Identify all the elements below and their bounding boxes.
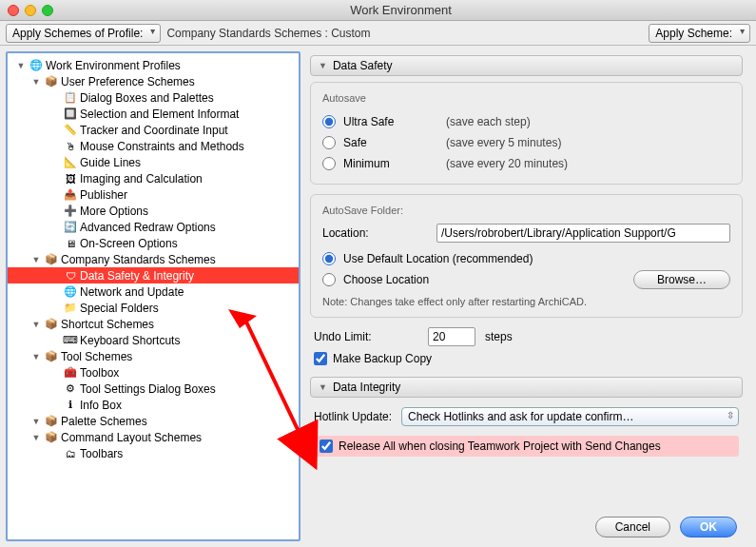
tree-item-label: Shortcut Schemes [61, 318, 154, 331]
tree-root[interactable]: ▼🌐Work Environment Profiles [8, 57, 299, 73]
autosave-option-label: Safe [343, 136, 438, 149]
tree-item[interactable]: ⚙Tool Settings Dialog Boxes [8, 381, 299, 397]
data-safety-header[interactable]: ▼ Data Safety [310, 55, 743, 76]
tree-item[interactable]: 📋Dialog Boxes and Palettes [8, 89, 299, 106]
tree-item[interactable]: ℹInfo Box [8, 397, 299, 413]
tree-item[interactable]: 🔲Selection and Element Informat [8, 106, 299, 122]
tree-item-label: Info Box [80, 399, 122, 412]
hotlink-label: Hotlink Update: [314, 410, 392, 423]
release-all-label: Release All when closing Teamwork Projec… [339, 440, 661, 453]
tree-group[interactable]: ▼📦Command Layout Schemes [8, 429, 299, 445]
tree-item[interactable]: 🖼Imaging and Calculation [8, 170, 299, 186]
disclosure-triangle-icon: ▼ [30, 416, 42, 427]
tree-item-label: Publisher [80, 188, 127, 202]
tree-item-label: Keyboard Shortcuts [80, 334, 180, 347]
profile-tree[interactable]: ▼🌐Work Environment Profiles▼📦User Prefer… [6, 51, 300, 541]
autosave-radio[interactable] [322, 136, 336, 149]
tree-item[interactable]: 📁Special Folders [8, 300, 299, 316]
tree-item-icon: 📏 [64, 124, 77, 137]
autosave-option-hint: (save each step) [446, 115, 531, 128]
apply-schemes-profile-dropdown[interactable]: Apply Schemes of Profile: [6, 24, 161, 43]
tree-item-icon: 📦 [45, 350, 58, 363]
section-title: Data Integrity [333, 381, 400, 394]
data-integrity-header[interactable]: ▼ Data Integrity [310, 377, 743, 398]
ok-button[interactable]: OK [680, 517, 737, 537]
apply-scheme-dropdown[interactable]: Apply Scheme: [649, 24, 750, 43]
toolbar: Apply Schemes of Profile: Company Standa… [0, 21, 756, 46]
tree-item[interactable]: 🖱Mouse Constraints and Methods [8, 138, 299, 154]
browse-button[interactable]: Browse… [633, 270, 730, 289]
zoom-icon[interactable] [42, 5, 53, 16]
tree-item[interactable]: 🔄Advanced Redraw Options [8, 219, 299, 235]
tree-item-icon: 🔄 [64, 221, 77, 234]
tree-item-label: Special Folders [80, 302, 159, 315]
tree-item-label: Tool Schemes [61, 350, 132, 363]
autosave-folder-group: AutoSave Folder: Location: Use Default L… [310, 194, 743, 318]
tree-item-icon: 📦 [45, 415, 58, 428]
tree-item[interactable]: 🧰Toolbox [8, 364, 299, 381]
tree-item[interactable]: 📏Tracker and Coordinate Input [8, 122, 299, 138]
tree-item-icon: 📁 [64, 302, 77, 315]
disclosure-triangle-icon: ▼ [319, 61, 327, 70]
location-input[interactable] [436, 224, 730, 243]
autosave-option-hint: (save every 5 minutes) [446, 136, 561, 149]
tree-item-icon: 🌐 [29, 59, 43, 72]
tree-item[interactable]: 🌐Network and Update [8, 283, 299, 300]
autosave-group: Autosave Ultra Safe(save each step)Safe(… [310, 82, 743, 185]
traffic-lights [8, 5, 53, 16]
tree-group[interactable]: ▼📦Tool Schemes [8, 348, 299, 364]
tree-item-icon: 🗂 [64, 447, 77, 460]
tree-item-label: Mouse Constraints and Methods [80, 140, 244, 153]
tree-item-label: Imaging and Calculation [80, 172, 203, 186]
hotlink-update-select[interactable]: Check Hotlinks and ask for update confir… [401, 407, 739, 426]
minimize-icon[interactable] [25, 5, 36, 16]
tree-item-label: Company Standards Schemes [61, 253, 216, 266]
group-title: Autosave [322, 92, 730, 104]
tree-group[interactable]: ▼📦Company Standards Schemes [8, 251, 299, 267]
tree-item[interactable]: 🖥On-Screen Options [8, 235, 299, 251]
tree-item-label: User Preference Schemes [61, 75, 195, 88]
tree-item-label: Network and Update [80, 285, 184, 299]
tree-item-icon: 📐 [64, 156, 77, 169]
tree-item-label: Work Environment Profiles [46, 59, 181, 72]
backup-checkbox[interactable] [314, 352, 327, 365]
tree-item[interactable]: 🗂Toolbars [8, 445, 299, 461]
release-all-row: Release All when closing Teamwork Projec… [314, 436, 739, 457]
close-icon[interactable] [8, 5, 19, 16]
tree-item-icon: 📦 [45, 253, 58, 266]
autosave-option-label: Minimum [343, 157, 438, 170]
tree-item-icon: 📤 [64, 188, 77, 202]
autosave-radio[interactable] [322, 157, 336, 170]
tree-item-label: Tracker and Coordinate Input [80, 124, 228, 137]
tree-group[interactable]: ▼📦Palette Schemes [8, 413, 299, 429]
autosave-radio[interactable] [322, 115, 336, 128]
tree-item-label: Command Layout Schemes [61, 431, 202, 444]
cancel-button[interactable]: Cancel [595, 517, 670, 537]
tree-item-label: Advanced Redraw Options [80, 221, 216, 234]
tree-item[interactable]: 📤Publisher [8, 186, 299, 203]
restart-note: Note: Changes take effect only after res… [322, 296, 730, 307]
tree-item-icon: ℹ [64, 399, 77, 412]
tree-item[interactable]: ⌨Keyboard Shortcuts [8, 332, 299, 348]
tree-item[interactable]: ➕More Options [8, 203, 299, 219]
disclosure-triangle-icon: ▼ [30, 351, 42, 362]
tree-item-label: Guide Lines [80, 156, 141, 169]
release-all-checkbox[interactable] [320, 440, 333, 453]
group-title: AutoSave Folder: [322, 205, 730, 216]
use-default-radio[interactable] [322, 252, 336, 265]
undo-unit: steps [485, 330, 513, 343]
dialog-buttons: Cancel OK [595, 517, 737, 537]
breadcrumb: Company Standards Schemes : Custom [166, 27, 370, 40]
tree-group[interactable]: ▼📦User Preference Schemes [8, 73, 299, 89]
window-titlebar: Work Environment [0, 0, 756, 21]
disclosure-triangle-icon: ▼ [30, 254, 42, 265]
undo-limit-input[interactable] [428, 327, 475, 346]
disclosure-triangle-icon: ▼ [30, 319, 42, 330]
tree-item[interactable]: 🛡Data Safety & Integrity [8, 267, 299, 283]
tree-item-icon: 🔲 [64, 107, 77, 121]
disclosure-triangle-icon: ▼ [15, 60, 27, 71]
tree-item[interactable]: 📐Guide Lines [8, 154, 299, 170]
tree-group[interactable]: ▼📦Shortcut Schemes [8, 316, 299, 332]
choose-location-radio[interactable] [322, 273, 336, 286]
tree-item-icon: ⚙ [64, 382, 77, 396]
